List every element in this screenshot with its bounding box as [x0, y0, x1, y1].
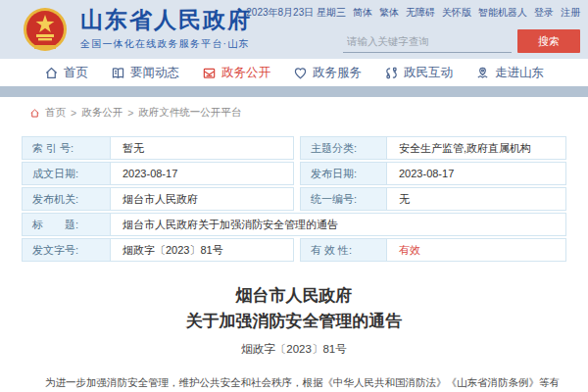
home-icon	[44, 66, 59, 80]
heart-icon	[293, 66, 308, 80]
breadcrumb-platform[interactable]: 政府文件统一公开平台	[138, 106, 241, 120]
link-robot[interactable]: 智能机器人	[478, 6, 527, 20]
field-label-publish-date: 发布日期:	[301, 163, 387, 184]
link-login[interactable]: 登录	[534, 6, 554, 20]
chat-icon	[384, 66, 399, 80]
search-button[interactable]: 搜索	[517, 29, 580, 53]
field-label-topic: 主题分类:	[301, 137, 387, 159]
field-value-publisher: 烟台市人民政府	[111, 188, 293, 210]
table-row: 成文日期: 2023-08-17 发布日期: 2023-08-17	[22, 162, 566, 185]
nav-item-label: 要闻动态	[130, 65, 179, 81]
field-label-doc-no: 发文字号:	[23, 239, 111, 261]
site-title: 山东省人民政府	[80, 8, 252, 32]
nav-item-home[interactable]: 首页	[44, 65, 88, 81]
nav-item-news[interactable]: 要闻动态	[111, 65, 179, 81]
document-title-line1: 烟台市人民政府	[22, 283, 566, 309]
nav-item-label: 政民互动	[404, 65, 453, 81]
top-links: 2023年8月23日 星期三 简体 繁体 无障碍 关怀版 智能机器人 登录 注册	[330, 6, 580, 20]
home-icon	[29, 108, 40, 119]
main-content: 首页 > 政务公开 > 政府文件统一公开平台 索 引 号: 暂无 主题分类: 安…	[0, 97, 588, 392]
link-register[interactable]: 注册	[561, 6, 580, 20]
field-value-topic: 安全生产监管,政府直属机构	[387, 137, 565, 159]
table-row: 发布机关: 烟台市人民政府 统一编号: 无	[22, 187, 566, 211]
nav-item-interaction[interactable]: 政民互动	[384, 65, 453, 81]
document-title-line2: 关于加强消防安全管理的通告	[22, 309, 566, 334]
document-body-paragraph: 为进一步加强消防安全管理，维护公共安全和社会秩序，根据《中华人民共和国消防法》《…	[22, 373, 566, 392]
field-value-index-no: 暂无	[111, 137, 293, 159]
table-row: 索 引 号: 暂无 主题分类: 安全生产监管,政府直属机构	[22, 136, 566, 160]
document-meta-table: 索 引 号: 暂无 主题分类: 安全生产监管,政府直属机构 成文日期: 2023…	[22, 136, 566, 262]
field-label-unified-no: 统一编号:	[301, 188, 387, 210]
date-text: 2023年8月23日 星期三	[246, 6, 346, 20]
site-brand: 山东省人民政府 全国一体化在线政务服务平台·山东	[80, 8, 252, 51]
field-label-publisher: 发布机关:	[23, 188, 111, 210]
field-label-index-no: 索 引 号:	[23, 137, 111, 159]
link-simplified[interactable]: 简体	[353, 6, 372, 20]
field-label-validity: 有 效 性:	[301, 239, 387, 261]
link-accessibility[interactable]: 无障碍	[406, 6, 435, 20]
map-pin-icon	[475, 66, 490, 80]
table-row: 标 题: 烟台市人民政府关于加强消防安全管理的通告	[22, 213, 566, 236]
document-header: 烟台市人民政府 关于加强消防安全管理的通告 烟政字〔2023〕81号	[22, 283, 566, 357]
field-value-publish-date: 2023-08-17	[387, 163, 565, 184]
breadcrumb-gov-disclosure[interactable]: 政务公开	[81, 106, 122, 120]
main-nav: 首页 要闻动态 政务公开 政务服务 政民互动 走进山东	[0, 59, 588, 86]
field-label-title: 标 题:	[23, 214, 111, 235]
news-icon	[111, 66, 125, 80]
breadcrumb-home[interactable]: 首页	[45, 106, 66, 120]
nav-item-label: 首页	[64, 65, 88, 81]
nav-item-label: 政务服务	[313, 65, 362, 81]
field-value-unified-no: 无	[387, 188, 565, 210]
nav-item-gov-disclosure[interactable]: 政务公开	[202, 65, 270, 81]
field-value-written-date: 2023-08-17	[111, 163, 293, 184]
breadcrumb-separator: >	[127, 107, 133, 119]
search-bar: 搜索	[330, 29, 580, 53]
field-value-doc-no: 烟政字〔2023〕81号	[111, 239, 293, 261]
breadcrumb-separator: >	[71, 107, 76, 119]
document-number: 烟政字〔2023〕81号	[22, 342, 566, 357]
field-value-title: 烟台市人民政府关于加强消防安全管理的通告	[111, 214, 565, 235]
field-label-written-date: 成文日期:	[23, 163, 111, 184]
nav-item-label: 走进山东	[495, 65, 544, 81]
national-emblem-icon	[22, 6, 69, 53]
link-traditional[interactable]: 繁体	[379, 6, 399, 20]
envelope-icon	[202, 66, 217, 80]
breadcrumb: 首页 > 政务公开 > 政府文件统一公开平台	[22, 106, 566, 120]
site-subtitle: 全国一体化在线政务服务平台·山东	[80, 37, 252, 51]
nav-item-label: 政务公开	[221, 65, 270, 81]
field-value-validity: 有效	[387, 239, 565, 261]
link-care-mode[interactable]: 关怀版	[442, 6, 471, 20]
site-header: 山东省人民政府 全国一体化在线政务服务平台·山东 2023年8月23日 星期三 …	[0, 0, 588, 59]
divider-band	[0, 86, 588, 97]
table-row: 发文字号: 烟政字〔2023〕81号 有 效 性: 有效	[22, 238, 566, 262]
nav-item-gov-services[interactable]: 政务服务	[293, 65, 362, 81]
search-input[interactable]	[343, 29, 512, 53]
header-right: 2023年8月23日 星期三 简体 繁体 无障碍 关怀版 智能机器人 登录 注册…	[330, 6, 580, 53]
nav-item-enter-shandong[interactable]: 走进山东	[475, 65, 544, 81]
